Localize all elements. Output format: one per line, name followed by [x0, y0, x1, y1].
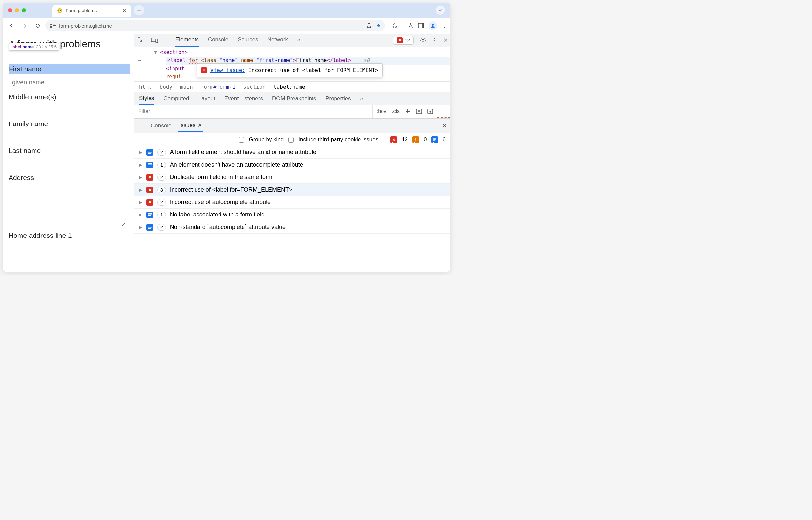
close-drawer-icon[interactable]: ✕ — [442, 122, 447, 129]
computed-toggle-icon[interactable] — [416, 109, 422, 114]
close-window-icon[interactable] — [8, 8, 12, 12]
drawer-tab-console[interactable]: Console — [150, 121, 172, 131]
errors-badge[interactable]: ✕ 12 — [393, 36, 414, 45]
issue-severity-icon — [146, 149, 153, 156]
new-style-rule-icon[interactable] — [405, 108, 411, 114]
expand-caret-icon[interactable]: ▶ — [139, 162, 142, 167]
browser-window: 😬 Form problems ✕ + form-problems.glitch… — [3, 3, 450, 272]
back-button[interactable] — [6, 20, 17, 31]
issue-count-badge: 2 — [157, 149, 166, 156]
tab-console[interactable]: Console — [207, 34, 229, 47]
input-family-name[interactable] — [8, 130, 125, 143]
bookmark-star-icon[interactable]: ★ — [376, 23, 381, 29]
svg-rect-4 — [53, 27, 55, 27]
dom-node-requi-partial: requi — [166, 74, 181, 79]
dom-breadcrumb[interactable]: html body main form#form-1 section label… — [134, 81, 450, 92]
settings-gear-icon[interactable] — [420, 37, 426, 44]
subtab-dom-breakpoints[interactable]: DOM Breakpoints — [272, 93, 316, 104]
dom-tree[interactable]: ▼ ⋯ <section> <label for class="name" na… — [134, 47, 450, 81]
tab-elements[interactable]: Elements — [175, 34, 200, 47]
expand-caret-icon[interactable]: ▶ — [139, 150, 142, 155]
reload-button[interactable] — [32, 20, 43, 31]
minimize-window-icon[interactable] — [15, 8, 19, 12]
labs-icon[interactable] — [408, 23, 413, 29]
maximize-window-icon[interactable] — [22, 8, 26, 12]
breadcrumb-body[interactable]: body — [160, 84, 173, 90]
breadcrumb-html[interactable]: html — [139, 84, 152, 90]
issue-popover: ✕ View issue: Incorrect use of <label fo… — [197, 63, 382, 77]
breadcrumb-label[interactable]: label.name — [273, 84, 305, 90]
subtabs-overflow-icon[interactable]: » — [360, 93, 363, 104]
titlebar: 😬 Form problems ✕ + — [3, 3, 450, 18]
issue-row[interactable]: ▶2Non-standard `autocomplete` attribute … — [134, 221, 450, 234]
expand-caret-icon[interactable]: ▶ — [139, 212, 142, 217]
svg-point-7 — [432, 24, 434, 26]
forward-button[interactable] — [19, 20, 30, 31]
input-middle-names[interactable] — [8, 103, 125, 116]
issue-row[interactable]: ▶1An element doesn't have an autocomplet… — [134, 159, 450, 171]
issue-row[interactable]: ▶2A form field element should have an id… — [134, 146, 450, 159]
issue-row[interactable]: ▶✕2Duplicate form field id in the same f… — [134, 171, 450, 184]
subtab-computed[interactable]: Computed — [163, 93, 189, 104]
expand-caret-icon[interactable]: ▶ — [139, 175, 142, 180]
issue-text: Incorrect use of <label for=FORM_ELEMENT… — [170, 186, 293, 193]
issue-row[interactable]: ▶✕2Incorrect use of autocomplete attribu… — [134, 196, 450, 209]
issue-row[interactable]: ▶✕8Incorrect use of <label for=FORM_ELEM… — [134, 184, 450, 196]
close-issues-tab-icon[interactable]: ✕ — [198, 122, 202, 129]
expand-caret-icon[interactable]: ▶ — [139, 225, 142, 230]
close-tab-icon[interactable]: ✕ — [122, 7, 127, 14]
profile-avatar-icon[interactable] — [429, 21, 437, 30]
chrome-menu-icon[interactable]: ⋮ — [442, 23, 447, 29]
svg-point-11 — [422, 40, 424, 42]
styles-filter-row: :hov .cls — [134, 105, 450, 118]
label-first-name: First name — [8, 64, 130, 74]
dom-node-section[interactable]: <section> — [160, 49, 188, 55]
subtab-event-listeners[interactable]: Event Listeners — [224, 93, 263, 104]
issue-text: Non-standard `autocomplete` attribute va… — [170, 224, 285, 231]
cls-toggle[interactable]: .cls — [392, 108, 400, 114]
svg-point-2 — [54, 24, 54, 25]
split-handle[interactable] — [437, 117, 450, 118]
browser-tab[interactable]: 😬 Form problems ✕ — [52, 5, 131, 17]
issue-severity-icon — [146, 212, 153, 218]
close-devtools-icon[interactable]: ✕ — [443, 37, 448, 43]
tab-network[interactable]: Network — [267, 34, 288, 47]
textarea-address[interactable] — [8, 184, 125, 226]
devtools-menu-icon[interactable]: ⋮ — [432, 37, 437, 43]
share-icon[interactable] — [366, 23, 372, 29]
input-last-name[interactable] — [8, 157, 125, 170]
label-address: Address — [8, 174, 130, 182]
subtab-layout[interactable]: Layout — [199, 93, 215, 104]
checkbox-group-by-kind[interactable] — [238, 137, 244, 142]
styles-subtabs: Styles Computed Layout Event Listeners D… — [134, 92, 450, 105]
input-first-name[interactable] — [8, 76, 125, 89]
issue-row[interactable]: ▶1No label associated with a form field — [134, 209, 450, 221]
hov-toggle[interactable]: :hov — [377, 108, 386, 114]
new-tab-button[interactable]: + — [134, 5, 144, 16]
address-bar[interactable]: form-problems.glitch.me ★ — [45, 20, 385, 31]
device-toolbar-icon[interactable] — [151, 36, 159, 44]
breadcrumb-section[interactable]: section — [244, 84, 265, 90]
tab-overflow-button[interactable] — [436, 6, 445, 15]
drawer-menu-icon[interactable]: ⋮ — [138, 122, 144, 129]
extensions-icon[interactable] — [392, 23, 398, 29]
site-settings-icon[interactable] — [50, 23, 56, 28]
tab-sources[interactable]: Sources — [237, 34, 259, 47]
breadcrumb-main[interactable]: main — [180, 84, 193, 90]
subtab-styles[interactable]: Styles — [139, 93, 154, 105]
styles-filter-input[interactable] — [134, 106, 372, 117]
view-issue-link[interactable]: View issue: — [210, 66, 245, 75]
error-icon: ✕ — [397, 37, 403, 43]
pane-layout-icon[interactable] — [427, 109, 433, 114]
expand-caret-icon[interactable]: ▶ — [139, 187, 142, 192]
collapsed-dots-icon[interactable]: ⋯ — [138, 56, 142, 66]
drawer-tab-issues[interactable]: Issues ✕ — [178, 120, 202, 132]
tabs-overflow-icon[interactable]: » — [297, 34, 301, 47]
checkbox-include-3p[interactable] — [288, 137, 294, 142]
breadcrumb-form[interactable]: form#form-1 — [201, 84, 236, 90]
subtab-properties[interactable]: Properties — [325, 93, 351, 104]
svg-rect-0 — [50, 24, 52, 25]
inspect-element-icon[interactable] — [137, 36, 145, 44]
expand-caret-icon[interactable]: ▶ — [139, 200, 142, 205]
sidepanel-icon[interactable] — [418, 23, 424, 28]
